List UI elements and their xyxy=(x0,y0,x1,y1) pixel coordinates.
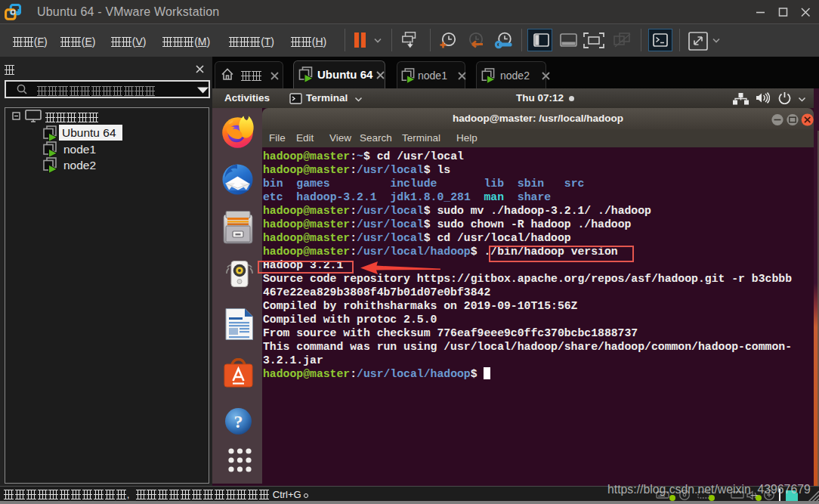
svg-text:?: ? xyxy=(234,412,243,431)
